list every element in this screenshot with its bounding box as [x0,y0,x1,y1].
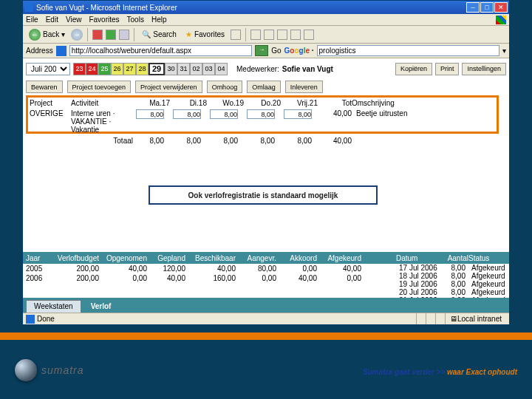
menubar: Eile Edit View Favorites Tools Help [23,14,509,26]
col-year: Jaar [23,254,49,262]
leave-detail-row: 20 Jul 20068,00Afgekeurd [396,288,505,296]
address-label: Address [26,47,53,55]
hours-thu-input[interactable] [247,109,275,119]
day-cell[interactable]: 24 [86,63,98,75]
window-title: Sofie van Vugt - Microsoft Internet Expl… [36,4,177,12]
toolbar: ←Back ▾ → 🔍Search ★Favorites [23,26,509,44]
leave-summary-row: 2005200,0040,00120,0040,0080,000,0040,00 [23,264,396,273]
refresh-icon[interactable] [106,30,116,40]
home-icon[interactable] [119,30,129,40]
go-label: Go [271,47,281,55]
search-button[interactable]: 🔍Search [139,29,180,40]
col-status: Status [468,254,504,262]
hours-wed-input[interactable] [210,109,238,119]
divider-strip [0,332,532,340]
tab-weekstaten[interactable]: Weekstaten [26,300,81,313]
maximize-button[interactable]: □ [480,2,494,13]
go-button[interactable]: → [255,45,268,56]
submit-button[interactable]: Inleveren [285,81,323,93]
day-cell[interactable]: 30 [165,63,177,75]
page-icon [56,46,66,56]
callout-box: Ook verlofregistratie is standaard mogel… [149,185,378,205]
back-button[interactable]: ←Back ▾ [26,27,68,42]
cell-activity: Interne uren · VAKANTIE · Vakantie [71,109,133,134]
mail-icon[interactable] [250,30,261,40]
add-project-button[interactable]: Project toevoegen [67,81,132,93]
tab-bar: Weekstaten Verlof [23,298,509,313]
timesheet-row: OVERIGE Interne uren · VAKANTIE · Vakant… [28,109,497,134]
logo-sphere-icon [15,359,37,381]
total-wed: 8,00 [207,137,244,145]
status-pane [435,313,445,324]
timesheet-header: Project Activiteit Ma.17 Di.18 Wo.19 Do.… [28,98,497,109]
tagline-part1: Sumatra gaat verder >> [363,368,447,376]
leave-detail-row: 17 Jul 20068,00Afgekeurd [396,264,505,272]
hours-mon-input[interactable] [136,109,164,119]
employee-label: Medewerker: [236,65,279,73]
research-icon[interactable] [304,30,314,40]
google-search-input[interactable] [317,45,499,56]
col-fri: Vrij.21 [281,98,318,108]
day-cell[interactable]: 31 [177,63,190,75]
day-cell[interactable]: 26 [111,63,123,75]
day-cell[interactable]: 29 [149,63,165,75]
day-cell[interactable]: 28 [136,63,149,75]
day-cell[interactable]: 25 [98,63,111,75]
day-cell[interactable]: 23 [73,63,86,75]
day-grid: 232425262728293031020304 [73,63,228,75]
total-tue: 8,00 [170,137,207,145]
col-requested: Aangevr. [239,254,279,262]
close-button[interactable]: ✕ [494,2,508,13]
print-button[interactable]: Print [435,63,460,75]
menu-file[interactable]: Eile [26,16,38,24]
menu-tools[interactable]: Tools [127,16,144,24]
tagline-part2: waar Exact ophoudt [447,368,517,376]
action-bar: Bewaren Project toevoegen Project verwij… [23,79,509,95]
copy-button[interactable]: Kopiëren [395,63,432,75]
leave-summary-row: 2006200,000,0040,00160,000,0040,000,00 [23,273,396,283]
week-navigator: Juli 2006 232425262728293031020304 Medew… [23,58,509,79]
total-all: 40,00 [318,137,352,145]
menu-view[interactable]: View [66,16,82,24]
hours-fri-input[interactable] [284,109,312,119]
tagline: Sumatra gaat verder >> waar Exact ophoud… [363,364,517,377]
day-cell[interactable]: 02 [190,63,202,75]
leave-detail-header: Datum Aantal Status [396,252,505,264]
stop-icon[interactable] [92,30,103,40]
total-mon: 8,00 [133,137,170,145]
forward-button[interactable]: → [71,29,83,41]
hours-tue-input[interactable] [173,109,201,119]
leave-detail-row: 19 Jul 20068,00Afgekeurd [396,280,505,288]
col-available: Beschikbaar [188,254,239,262]
history-icon[interactable] [231,30,241,40]
ie-icon [24,3,33,12]
day-cell[interactable]: 04 [215,63,228,75]
google-dropdown-icon[interactable]: ▾ [502,47,506,55]
edit-icon[interactable] [277,30,287,40]
address-input[interactable] [69,45,252,56]
month-select[interactable]: Juli 2006 [26,63,70,75]
address-bar: Address → Go Google · ▾ [23,44,509,58]
highlight-box: Project Activiteit Ma.17 Di.18 Wo.19 Do.… [26,95,499,134]
menu-favorites[interactable]: Favorites [89,16,119,24]
favorites-button[interactable]: ★Favorites [183,29,228,40]
col-total: Tot [318,98,352,108]
col-wed: Wo.19 [207,98,244,108]
move-up-button[interactable]: Omhoog [207,81,243,93]
discuss-icon[interactable] [290,30,301,40]
move-down-button[interactable]: Omlaag [247,81,281,93]
settings-button[interactable]: Instellingen [462,63,506,75]
status-text: Done [37,315,55,323]
sumatra-logo: sumatra [15,359,84,381]
tab-verlof[interactable]: Verlof [83,300,120,313]
save-button[interactable]: Bewaren [26,81,63,93]
day-cell[interactable]: 03 [202,63,215,75]
menu-help[interactable]: Help [151,16,167,24]
col-project: Project [30,98,71,108]
minimize-button[interactable]: – [466,2,480,13]
delete-project-button[interactable]: Project verwijderen [135,81,202,93]
zone-pane: 🖥 Local intranet [445,313,506,324]
menu-edit[interactable]: Edit [46,16,58,24]
print-icon[interactable] [264,30,274,40]
day-cell[interactable]: 27 [123,63,136,75]
